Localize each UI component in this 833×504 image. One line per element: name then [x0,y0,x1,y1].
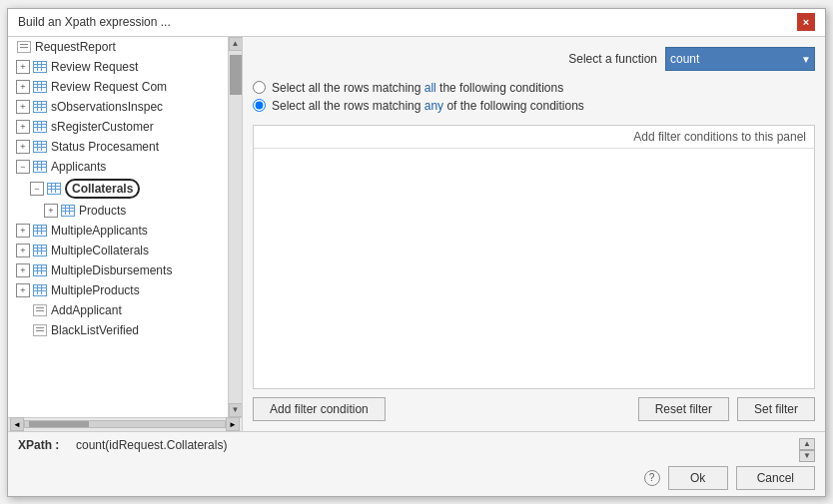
table-icon-applicants [32,160,48,174]
radio-all[interactable] [253,81,266,94]
tree-item-multipleproducts[interactable]: + MultipleProducts [8,280,228,300]
tree-label-blacklistverified: BlackListVerified [51,322,139,338]
tree-label-requestreport: RequestReport [35,39,116,55]
table-icon-collaterals [46,182,62,196]
reset-filter-button[interactable]: Reset filter [638,397,729,421]
tree-label-sobservations: sObservationsInspec [51,99,163,115]
scroll-thumb [230,55,242,95]
ok-button[interactable]: Ok [668,466,728,490]
table-icon-multipleapplicants [32,224,48,238]
function-label: Select a function [568,52,657,66]
tree-label-multiplecollaterals: MultipleCollaterals [51,243,149,258]
tree-label-addapplicant: AddApplicant [51,302,122,318]
tree-item-addapplicant[interactable]: AddApplicant [8,300,228,320]
radio-all-text: Select all the rows matching all the fol… [272,81,563,95]
vertical-scrollbar[interactable]: ▲ ▼ [228,37,242,417]
tree-item-collaterals[interactable]: − Collaterals [8,177,228,201]
tree-label-multipledisbursements: MultipleDisbursements [51,262,172,278]
tree-label-collaterals: Collaterals [65,179,140,199]
cancel-button[interactable]: Cancel [736,466,815,490]
table-icon-multiplecollaterals [32,244,48,257]
tree-item-requestreport[interactable]: RequestReport [8,37,228,57]
expand-sregistercustomer[interactable]: + [16,120,30,134]
scroll-left-btn[interactable]: ◄ [10,417,24,431]
dialog: Build an Xpath expression ... × RequestR… [7,8,826,497]
tree-label-multipleproducts: MultipleProducts [51,282,140,298]
tree-label-sregistercustomer: sRegisterCustomer [51,119,154,135]
expand-statusprocessament[interactable]: + [16,140,30,154]
scroll-right-btn[interactable]: ► [226,417,240,431]
xpath-value-area: count(idRequest.Collaterals) [76,438,795,452]
radio-any-suffix: of the following conditions [443,99,584,113]
radio-all-row: Select all the rows matching all the fol… [253,81,815,95]
h-scroll-track [24,420,226,428]
expand-multipledisbursements[interactable]: + [16,263,30,277]
tree-label-reviewrequest: Review Request [51,59,138,75]
filter-buttons: Add filter condition Reset filter Set fi… [253,397,815,421]
add-filter-button[interactable]: Add filter condition [253,397,386,421]
scroll-down-btn[interactable]: ▼ [229,403,243,417]
tree-item-applicants[interactable]: − Applicants [8,157,228,177]
function-row: Select a function count sum avg min max [253,47,815,71]
expand-reviewrequestcom[interactable]: + [16,80,30,94]
field-icon-addapplicant [32,303,48,317]
expand-multipleapplicants[interactable]: + [16,224,30,238]
close-button[interactable]: × [797,13,815,31]
expand-multiplecollaterals[interactable]: + [16,244,30,257]
radio-group: Select all the rows matching all the fol… [253,81,815,117]
radio-all-prefix: Select all the rows matching [272,81,424,95]
left-panel: RequestReport + Review Request + [8,37,243,431]
radio-all-keyword: all [424,81,436,95]
expand-products[interactable]: + [44,204,58,218]
horizontal-scrollbar[interactable]: ◄ ► [8,417,242,431]
table-icon-multipledisbursements [32,263,48,277]
tree-area[interactable]: RequestReport + Review Request + [8,37,228,417]
dialog-title: Build an Xpath expression ... [18,15,171,29]
xpath-scroll-down[interactable]: ▼ [799,450,815,462]
tree-label-reviewrequestcom: Review Request Com [51,79,167,95]
field-icon-requestreport [16,40,32,54]
tree-label-multipleapplicants: MultipleApplicants [51,223,148,239]
set-filter-button[interactable]: Set filter [737,397,815,421]
filter-btn-group: Reset filter Set filter [638,397,815,421]
radio-any[interactable] [253,99,266,112]
xpath-scroll-up[interactable]: ▲ [799,438,815,450]
bottom-section: XPath : count(idRequest.Collaterals) ▲ ▼… [8,431,825,496]
h-scroll-thumb [29,421,89,427]
scroll-track [229,51,242,403]
tree-item-multipleapplicants[interactable]: + MultipleApplicants [8,221,228,241]
tree-item-multipledisbursements[interactable]: + MultipleDisbursements [8,260,228,280]
help-icon[interactable]: ? [644,470,660,486]
filter-panel: Add filter conditions to this panel [253,125,815,389]
tree-label-products: Products [79,203,126,219]
radio-any-row: Select all the rows matching any of the … [253,99,815,113]
tree-item-sregistercustomer[interactable]: + sRegisterCustomer [8,117,228,137]
tree-item-blacklistverified[interactable]: BlackListVerified [8,320,228,340]
expand-sobservations[interactable]: + [16,100,30,114]
table-icon-sregistercustomer [32,120,48,134]
tree-item-statusprocessament[interactable]: + Status Procesament [8,137,228,157]
tree-item-products[interactable]: + Products [8,201,228,221]
table-icon-reviewrequest [32,60,48,74]
tree-item-sobservations[interactable]: + sObservationsInspec [8,97,228,117]
tree-item-reviewrequest[interactable]: + Review Request [8,57,228,77]
radio-any-keyword: any [424,99,443,113]
expand-collaterals[interactable]: − [30,182,44,196]
main-content: RequestReport + Review Request + [8,37,825,431]
filter-panel-header: Add filter conditions to this panel [254,126,814,149]
xpath-scroll-arrows: ▲ ▼ [799,438,815,462]
expand-applicants[interactable]: − [16,160,30,174]
title-bar: Build an Xpath expression ... × [8,9,825,37]
xpath-row: XPath : count(idRequest.Collaterals) ▲ ▼ [18,438,815,462]
function-select[interactable]: count sum avg min max [665,47,815,71]
table-icon-reviewrequestcom [32,80,48,94]
field-icon-blacklistverified [32,323,48,337]
tree-item-reviewrequestcom[interactable]: + Review Request Com [8,77,228,97]
radio-any-text: Select all the rows matching any of the … [272,99,584,113]
expand-multipleproducts[interactable]: + [16,283,30,297]
tree-item-multiplecollaterals[interactable]: + MultipleCollaterals [8,241,228,260]
table-icon-sobservations [32,100,48,114]
scroll-up-btn[interactable]: ▲ [229,37,243,51]
bottom-buttons: ? Ok Cancel [18,466,815,490]
expand-reviewrequest[interactable]: + [16,60,30,74]
